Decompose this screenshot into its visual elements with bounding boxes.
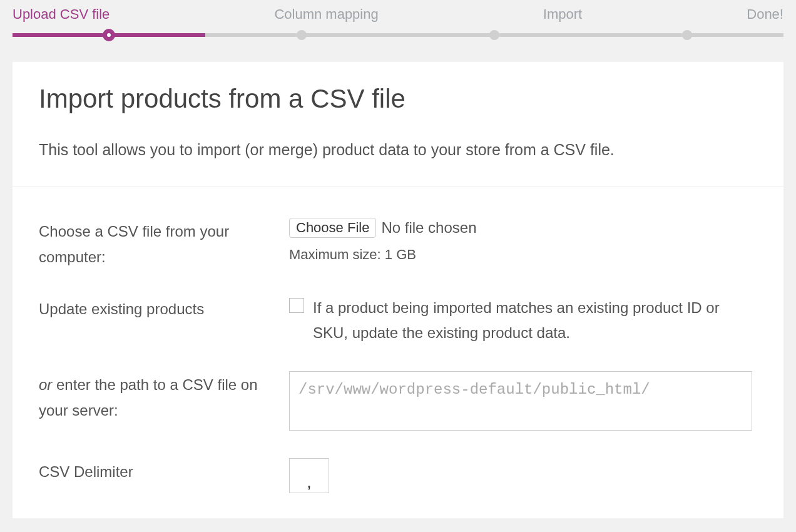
update-existing-checkbox[interactable] bbox=[289, 298, 304, 313]
step-import: Import bbox=[543, 6, 582, 23]
delimiter-label: CSV Delimiter bbox=[39, 458, 289, 485]
update-existing-row: Update existing products If a product be… bbox=[39, 283, 757, 359]
step-marker-2 bbox=[297, 30, 307, 40]
step-column-mapping: Column mapping bbox=[274, 6, 378, 23]
page-description: This tool allows you to import (or merge… bbox=[39, 139, 757, 161]
page-title: Import products from a CSV file bbox=[39, 84, 757, 114]
delimiter-row: CSV Delimiter bbox=[39, 446, 757, 506]
server-path-row: or enter the path to a CSV file on your … bbox=[39, 359, 757, 446]
import-panel: Import products from a CSV file This too… bbox=[13, 62, 783, 518]
step-upload[interactable]: Upload CSV file bbox=[13, 6, 110, 23]
step-marker-4 bbox=[682, 30, 692, 40]
update-existing-label: Update existing products bbox=[39, 295, 289, 322]
delimiter-input[interactable] bbox=[289, 458, 329, 493]
choose-file-button[interactable]: Choose File bbox=[289, 218, 376, 238]
choose-file-label: Choose a CSV file from your computer: bbox=[39, 218, 289, 270]
step-done: Done! bbox=[747, 6, 783, 23]
file-size-hint: Maximum size: 1 GB bbox=[289, 247, 757, 263]
step-marker-3 bbox=[489, 30, 499, 40]
import-form: Choose a CSV file from your computer: Ch… bbox=[13, 187, 783, 518]
file-status: No file chosen bbox=[381, 219, 476, 237]
server-path-input[interactable] bbox=[289, 371, 752, 431]
update-existing-description: If a product being imported matches an e… bbox=[313, 295, 757, 347]
choose-file-row: Choose a CSV file from your computer: Ch… bbox=[39, 205, 757, 283]
step-marker-1 bbox=[103, 29, 115, 41]
progress-bar bbox=[13, 33, 783, 37]
panel-header: Import products from a CSV file This too… bbox=[13, 62, 783, 187]
progress-stepper: Upload CSV file Column mapping Import Do… bbox=[0, 0, 796, 37]
server-path-label: or enter the path to a CSV file on your … bbox=[39, 371, 289, 424]
